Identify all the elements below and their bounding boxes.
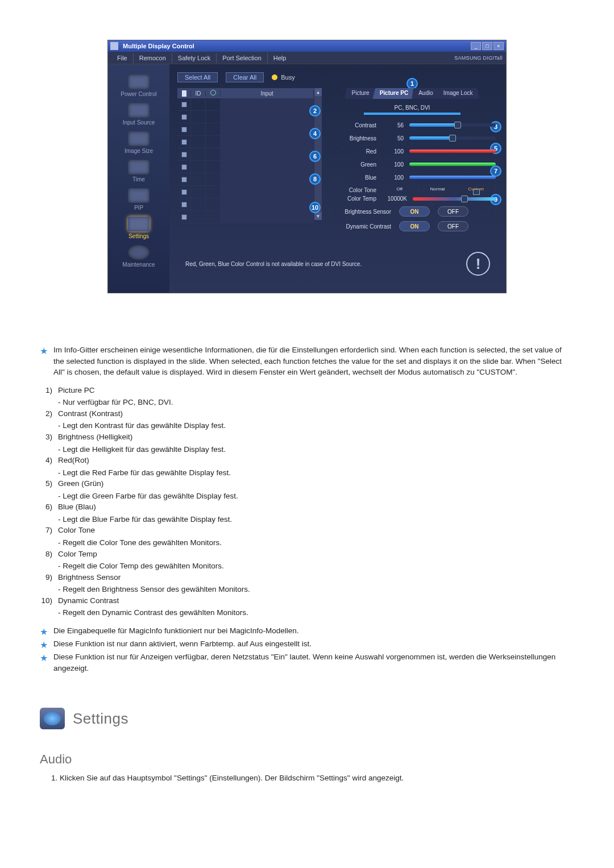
table-row[interactable] [177, 98, 314, 111]
brightness-label: Brightness [329, 135, 376, 142]
tab-picture-pc[interactable]: Picture PC [373, 88, 416, 99]
table-row[interactable] [177, 186, 314, 198]
tone-marker [473, 189, 480, 195]
sidebar-item-input-source[interactable]: Input Source [123, 103, 155, 126]
menu-port-selection[interactable]: Port Selection [217, 53, 267, 63]
app-icon [110, 42, 118, 50]
table-row[interactable] [177, 211, 314, 223]
row-checkbox[interactable] [181, 139, 187, 145]
dynamic-contrast-off-button[interactable]: OFF [438, 221, 468, 231]
table-row[interactable] [177, 198, 314, 211]
scroll-down-icon[interactable]: ▼ [314, 212, 322, 220]
table-row[interactable] [177, 136, 314, 148]
item-sub: - Legt die Red Farbe für das gewählte Di… [58, 467, 574, 479]
maintenance-icon [128, 245, 150, 260]
row-checkbox[interactable] [181, 102, 187, 107]
color-temp-slider[interactable] [413, 197, 496, 201]
row-checkbox[interactable] [181, 127, 187, 132]
checkbox-icon[interactable]: ✓ [181, 90, 187, 97]
item-sub: - Nur verfügbar für PC, BNC, DVI. [58, 397, 574, 408]
row-checkbox[interactable] [181, 189, 187, 195]
sidebar-item-label: Power Control [121, 91, 156, 97]
sidebar-item-maintenance[interactable]: Maintenance [122, 245, 155, 268]
mode-bar [364, 113, 460, 115]
color-tone-selector[interactable]: Off Normal Custom [381, 186, 496, 193]
info-grid: ✓ ID Input [177, 88, 314, 231]
mode-label: PC, BNC, DVI [395, 105, 430, 111]
minimize-button[interactable]: _ [471, 42, 481, 50]
sidebar-item-time[interactable]: Time [128, 160, 150, 182]
select-all-button[interactable]: Select All [177, 72, 218, 82]
footnote: ★Die Eingabequelle für MagicInfo funktio… [40, 625, 574, 638]
brightness-sensor-on-button[interactable]: ON [399, 206, 430, 217]
sidebar-item-label: PIP [134, 205, 143, 211]
row-checkbox[interactable] [181, 114, 187, 120]
item-title: Brightness Sensor [58, 572, 574, 583]
item-title: Color Temp [58, 549, 574, 560]
menu-help[interactable]: Help [268, 53, 292, 63]
image-size-icon [128, 131, 150, 146]
brightness-sensor-off-button[interactable]: OFF [438, 206, 468, 217]
list-item: 7)Color Tone- Regelt die Color Tone des … [40, 525, 574, 548]
close-button[interactable]: × [493, 42, 504, 50]
sidebar-item-settings[interactable]: Settings [128, 217, 150, 239]
sidebar-item-label: Settings [128, 233, 149, 239]
blue-slider[interactable] [409, 176, 496, 179]
table-row[interactable] [177, 148, 314, 161]
marker-6: 6 [309, 151, 321, 162]
marker-2: 2 [309, 105, 321, 117]
row-checkbox[interactable] [181, 177, 187, 182]
item-title: Green (Grün) [58, 478, 574, 489]
table-row[interactable] [177, 161, 314, 173]
dynamic-contrast-label: Dynamic Contrast [329, 223, 391, 230]
marker-4: 4 [309, 128, 321, 139]
item-number: 9) [40, 572, 52, 595]
power-icon [210, 90, 216, 95]
item-number: 2) [40, 408, 52, 431]
item-title: Color Tone [58, 525, 574, 536]
row-checkbox[interactable] [181, 164, 187, 170]
sidebar-item-label: Image Size [125, 148, 153, 154]
tab-image-lock[interactable]: Image Lock [437, 88, 480, 99]
title-bar: Multiple Display Control _ □ × [108, 40, 506, 52]
item-sub: - Regelt den Brightness Sensor des gewäh… [58, 584, 574, 595]
green-slider[interactable] [409, 163, 496, 166]
tab-picture[interactable]: Picture [345, 88, 376, 99]
maximize-button[interactable]: □ [482, 42, 492, 50]
dynamic-contrast-on-button[interactable]: ON [399, 221, 430, 231]
sidebar-item-power-control[interactable]: Power Control [121, 74, 156, 97]
contrast-slider[interactable] [409, 123, 496, 127]
menu-file[interactable]: File [111, 53, 134, 63]
busy-indicator: Busy [272, 74, 294, 81]
mode-indicator: PC, BNC, DVI [329, 102, 496, 119]
item-sub: - Legt die Helligkeit für das gewählte D… [58, 444, 574, 455]
red-slider[interactable] [409, 149, 496, 153]
description-block: ★ Im Info-Gitter erscheinen einige wesen… [40, 344, 574, 674]
notice-text: Red, Green, Blue Color Control is not av… [185, 261, 466, 267]
brightness-slider[interactable] [409, 136, 496, 140]
tone-opt-off[interactable]: Off [381, 186, 419, 193]
sidebar: Power Control Input Source Image Size Ti… [108, 64, 169, 293]
tab-audio[interactable]: Audio [412, 88, 440, 99]
row-checkbox[interactable] [181, 152, 187, 157]
table-row[interactable] [177, 123, 314, 136]
sidebar-item-pip[interactable]: PIP [128, 188, 150, 211]
list-item: 2)Contrast (Kontrast)- Legt den Kontrast… [40, 408, 574, 431]
item-title: Blue (Blau) [58, 501, 574, 513]
red-label: Red [329, 148, 376, 155]
audio-subheading: Audio [40, 752, 574, 767]
color-temp-value: 10000K [382, 196, 407, 202]
table-row[interactable] [177, 111, 314, 123]
row-checkbox[interactable] [181, 214, 187, 220]
sidebar-item-image-size[interactable]: Image Size [125, 131, 153, 154]
table-row[interactable] [177, 173, 314, 186]
item-sub: - Legt die Green Farbe für das gewählte … [58, 491, 574, 502]
row-checkbox[interactable] [181, 202, 187, 207]
tone-opt-normal[interactable]: Normal [419, 186, 457, 193]
item-number: 10) [40, 595, 52, 618]
menu-safety-lock[interactable]: Safety Lock [172, 53, 217, 63]
menu-remocon[interactable]: Remocon [134, 53, 172, 63]
grid-col-power [206, 90, 221, 97]
clear-all-button[interactable]: Clear All [226, 72, 264, 82]
scroll-up-icon[interactable]: ▲ [314, 88, 322, 96]
